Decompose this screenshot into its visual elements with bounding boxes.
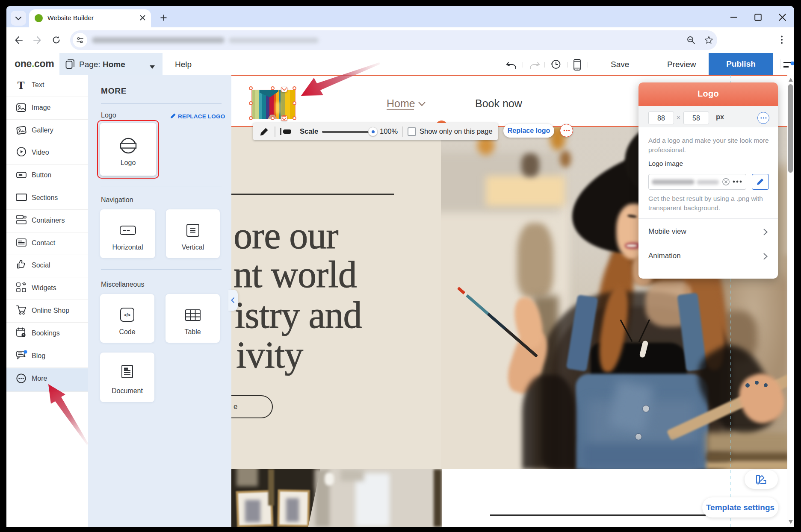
- svg-text:</>: </>: [124, 313, 130, 317]
